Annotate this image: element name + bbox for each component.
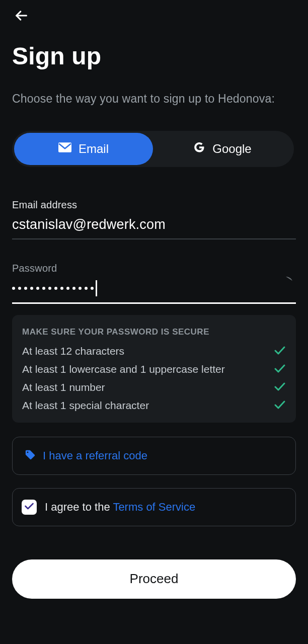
- agree-checkbox[interactable]: [22, 500, 37, 515]
- back-button[interactable]: [12, 7, 30, 25]
- password-rules-panel: MAKE SURE YOUR PASSWORD IS SECURE At lea…: [12, 315, 296, 423]
- signup-method-email-label: Email: [79, 142, 109, 156]
- agree-prefix: I agree to the: [45, 501, 113, 513]
- google-icon: [193, 141, 205, 156]
- agree-terms-row[interactable]: I agree to the Terms of Service: [12, 488, 296, 526]
- password-rule-text: At least 1 special character: [22, 399, 149, 412]
- password-dot: [18, 287, 21, 290]
- check-icon: [274, 345, 286, 357]
- password-rule-text: At least 12 characters: [22, 345, 124, 357]
- password-dot: [85, 287, 88, 290]
- email-input[interactable]: [12, 214, 296, 239]
- password-dot: [72, 287, 75, 290]
- mail-icon: [58, 142, 71, 156]
- password-rule-text: At least 1 number: [22, 381, 105, 393]
- password-dot: [36, 287, 39, 290]
- password-dot: [12, 287, 15, 290]
- terms-link[interactable]: Terms of Service: [113, 501, 195, 513]
- email-label: Email address: [12, 199, 296, 211]
- password-dot: [79, 287, 82, 290]
- toggle-password-visibility[interactable]: [276, 271, 296, 292]
- referral-code-label: I have a referral code: [43, 449, 147, 462]
- text-caret: [96, 280, 97, 296]
- password-dot: [30, 287, 33, 290]
- signup-method-email[interactable]: Email: [14, 133, 153, 165]
- password-rule: At least 1 special character: [22, 399, 286, 412]
- password-dot: [54, 287, 57, 290]
- signup-method-google-label: Google: [212, 142, 251, 156]
- page-title: Sign up: [12, 42, 296, 70]
- arrow-left-icon: [14, 9, 28, 24]
- tag-icon: [25, 449, 36, 462]
- password-rules-title: MAKE SURE YOUR PASSWORD IS SECURE: [22, 327, 286, 337]
- password-dot: [24, 287, 27, 290]
- referral-code-button[interactable]: I have a referral code: [12, 437, 296, 475]
- agree-text: I agree to the Terms of Service: [45, 501, 195, 514]
- password-rule: At least 1 number: [22, 381, 286, 393]
- checkmark-icon: [24, 502, 34, 513]
- proceed-button[interactable]: Proceed: [12, 559, 296, 599]
- signup-method-segment: Email Google: [12, 131, 294, 167]
- password-dot: [66, 287, 69, 290]
- password-dot: [60, 287, 63, 290]
- password-rule-text: At least 1 lowercase and 1 uppercase let…: [22, 363, 225, 375]
- check-icon: [274, 363, 286, 375]
- check-icon: [274, 381, 286, 393]
- password-rule: At least 1 lowercase and 1 uppercase let…: [22, 363, 286, 375]
- password-label: Password: [12, 263, 296, 274]
- password-dot: [48, 287, 51, 290]
- password-rule: At least 12 characters: [22, 345, 286, 357]
- page-subtitle: Choose the way you want to sign up to He…: [12, 90, 284, 108]
- password-input[interactable]: [12, 279, 296, 304]
- password-dot: [42, 287, 45, 290]
- check-icon: [274, 399, 286, 412]
- eye-off-icon: [279, 282, 293, 289]
- password-dot: [91, 287, 94, 290]
- signup-method-google[interactable]: Google: [153, 133, 292, 165]
